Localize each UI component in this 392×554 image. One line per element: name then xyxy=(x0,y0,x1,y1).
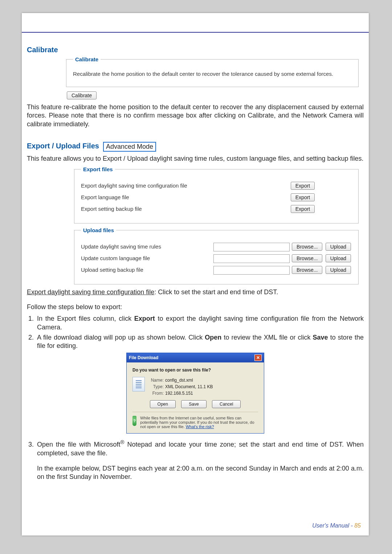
dialog-question: Do you want to open or save this file? xyxy=(132,368,258,373)
calibrate-panel: Calibrate Recalibrate the home position … xyxy=(66,56,359,100)
export-steps-list: In the Export files column, click Export… xyxy=(27,315,364,350)
meta-name-label: Name: xyxy=(149,377,164,383)
manual-page: VIVOTEK Calibrate Calibrate Recalibrate … xyxy=(22,13,369,535)
step-3: Open the file with Microsoft® Notepad an… xyxy=(36,439,364,481)
upload-button-backup[interactable]: Upload xyxy=(326,266,351,274)
export-row-language: Export language file Export xyxy=(81,193,352,202)
whats-the-risk-link[interactable]: What's the risk? xyxy=(186,424,214,429)
page-content: Calibrate Calibrate Recalibrate the home… xyxy=(27,46,364,514)
meta-from-value: 192.168.5.151 xyxy=(165,391,193,396)
upload-row-dst: Update daylight saving time rules Browse… xyxy=(81,242,352,251)
calibrate-fieldset: Calibrate Recalibrate the home position … xyxy=(66,56,359,87)
calibrate-legend: Calibrate xyxy=(73,56,101,62)
term-export-dst-tail: : Click to set the start and end time of… xyxy=(154,288,278,296)
dialog-button-row: Open Save Cancel xyxy=(132,402,258,407)
save-button[interactable]: Save xyxy=(181,400,206,408)
dialog-titlebar: File Download ✕ xyxy=(127,353,264,362)
calibrate-paragraph: This feature re-calibrate the home posit… xyxy=(27,103,364,129)
export-upload-panels: Export files Export daylight saving time… xyxy=(74,166,359,284)
header-separator xyxy=(22,32,369,33)
upload-label-backup: Upload setting backup file xyxy=(81,267,143,273)
cancel-button[interactable]: Cancel xyxy=(212,400,241,408)
step-1: In the Export files column, click Export… xyxy=(36,315,364,332)
export-label-backup: Export setting backup file xyxy=(81,206,142,212)
export-label-language: Export language file xyxy=(81,194,129,200)
section-heading-export-upload: Export / Upload Files Advanced Mode xyxy=(27,142,364,152)
advanced-mode-badge: Advanced Mode xyxy=(103,142,156,152)
export-button-dst[interactable]: Export xyxy=(291,182,315,190)
open-button[interactable]: Open xyxy=(150,400,176,408)
browse-button-dst[interactable]: Browse... xyxy=(292,243,322,251)
section-heading-calibrate: Calibrate xyxy=(27,46,364,54)
dialog-warning: ? While files from the Internet can be u… xyxy=(132,412,258,429)
close-icon[interactable]: ✕ xyxy=(254,354,262,361)
brand-label: VIVOTEK xyxy=(326,22,361,30)
export-row-backup: Export setting backup file Export xyxy=(81,204,352,214)
upload-row-language: Update custom language file Browse... Up… xyxy=(81,254,352,263)
meta-name-value: config_dst.xml xyxy=(165,378,193,383)
upload-path-language[interactable] xyxy=(213,254,290,263)
upload-button-dst[interactable]: Upload xyxy=(326,243,351,251)
upload-button-language[interactable]: Upload xyxy=(326,254,351,262)
meta-from-label: From: xyxy=(149,390,164,397)
dialog-meta: Name:config_dst.xml Type:XML Document, 1… xyxy=(132,377,258,397)
upload-path-backup[interactable] xyxy=(213,266,290,275)
step-2: A file download dialog will pop up as sh… xyxy=(36,333,364,351)
file-icon xyxy=(132,377,145,391)
browse-button-language[interactable]: Browse... xyxy=(292,254,322,262)
dialog-title: File Download xyxy=(129,355,158,360)
export-row-dst: Export daylight saving time configuratio… xyxy=(81,181,352,190)
upload-label-dst: Update daylight saving time rules xyxy=(81,243,161,250)
export-upload-intro: This feature allows you to Export / Uplo… xyxy=(27,155,364,163)
upload-path-dst[interactable] xyxy=(213,243,290,251)
meta-type-label: Type: xyxy=(149,383,164,390)
shield-icon: ? xyxy=(132,416,136,426)
export-button-language[interactable]: Export xyxy=(291,193,315,201)
export-steps-list-2: Open the file with Microsoft® Notepad an… xyxy=(27,439,364,481)
browse-button-backup[interactable]: Browse... xyxy=(292,266,322,274)
dialog-body: Do you want to open or save this file? N… xyxy=(127,362,264,433)
page-footer: User's Manual - 85 xyxy=(312,522,361,529)
term-export-dst: Export daylight saving time configuratio… xyxy=(27,288,154,296)
export-upload-title: Export / Upload Files xyxy=(27,142,99,150)
export-files-fieldset: Export files Export daylight saving time… xyxy=(74,166,359,223)
export-files-legend: Export files xyxy=(81,166,115,172)
upload-row-backup: Upload setting backup file Browse... Upl… xyxy=(81,265,352,275)
footer-label: User's Manual - xyxy=(312,522,353,529)
footer-page-number: 85 xyxy=(354,522,361,529)
upload-files-fieldset: Upload files Update daylight saving time… xyxy=(74,227,359,284)
export-dst-term-line: Export daylight saving time configuratio… xyxy=(27,288,364,297)
upload-label-language: Update custom language file xyxy=(81,255,150,261)
step-3-example: In the example below, DST begins each ye… xyxy=(37,464,364,482)
export-button-backup[interactable]: Export xyxy=(291,205,315,213)
calibrate-button[interactable]: Calibrate xyxy=(67,91,97,99)
follow-steps-label: Follow the steps below to export: xyxy=(27,303,364,312)
calibrate-desc: Recalibrate the home position to the def… xyxy=(73,69,352,79)
export-label-dst: Export daylight saving time configuratio… xyxy=(81,182,187,189)
upload-files-legend: Upload files xyxy=(81,227,116,233)
meta-type-value: XML Document, 11.1 KB xyxy=(165,384,213,389)
file-download-dialog: File Download ✕ Do you want to open or s… xyxy=(126,353,264,434)
